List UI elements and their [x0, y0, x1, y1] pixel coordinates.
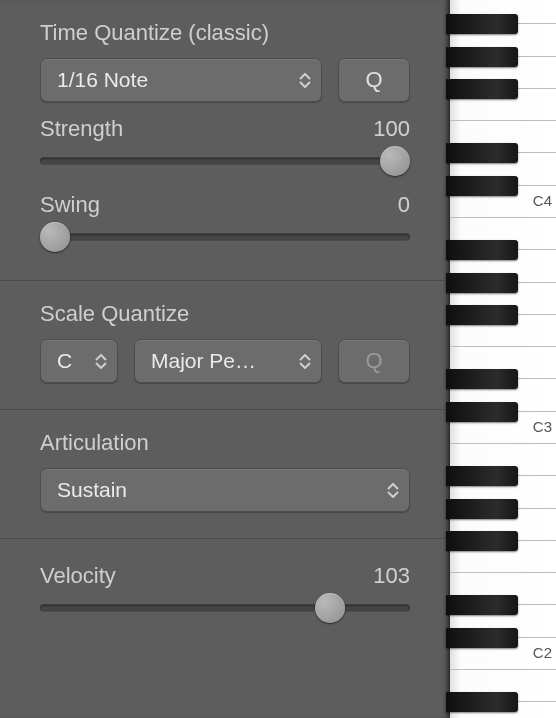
inspector-panel: Time Quantize (classic) 1/16 Note Q Stre… [0, 0, 450, 718]
velocity-value: 103 [373, 563, 410, 589]
chevron-updown-icon [95, 354, 107, 369]
articulation-section: Articulation Sustain [0, 410, 450, 539]
velocity-section: Velocity 103 [0, 539, 450, 651]
swing-value: 0 [398, 192, 410, 218]
swing-slider[interactable] [40, 220, 410, 254]
swing-label: Swing [40, 192, 100, 218]
piano-black-key[interactable] [446, 369, 518, 389]
scale-type-popup[interactable]: Major Pe… [134, 339, 322, 383]
piano-black-key[interactable] [446, 305, 518, 325]
piano-black-key[interactable] [446, 628, 518, 648]
scale-quantize-title: Scale Quantize [40, 301, 410, 327]
scale-quantize-button[interactable]: Q [338, 339, 410, 383]
piano-black-key[interactable] [446, 499, 518, 519]
scale-type-value: Major Pe… [151, 349, 256, 373]
articulation-popup[interactable]: Sustain [40, 468, 410, 512]
time-quantize-popup[interactable]: 1/16 Note [40, 58, 322, 102]
piano-black-key[interactable] [446, 47, 518, 67]
strength-value: 100 [373, 116, 410, 142]
piano-black-key[interactable] [446, 240, 518, 260]
strength-slider[interactable] [40, 144, 410, 178]
octave-label: C3 [533, 418, 552, 435]
piano-keyboard[interactable]: C4C3C2 [450, 0, 556, 718]
piano-black-key[interactable] [446, 176, 518, 196]
piano-black-key[interactable] [446, 273, 518, 293]
time-quantize-value: 1/16 Note [57, 68, 148, 92]
octave-label: C4 [533, 192, 552, 209]
chevron-updown-icon [387, 483, 399, 498]
piano-black-key[interactable] [446, 14, 518, 34]
velocity-label: Velocity [40, 563, 116, 589]
scale-root-popup[interactable]: C [40, 339, 118, 383]
piano-black-key[interactable] [446, 692, 518, 712]
swing-slider-thumb[interactable] [40, 222, 70, 252]
strength-slider-thumb[interactable] [380, 146, 410, 176]
scale-quantize-section: Scale Quantize C Major Pe… [0, 281, 450, 410]
time-quantize-title: Time Quantize (classic) [40, 20, 410, 46]
articulation-value: Sustain [57, 478, 127, 502]
piano-black-key[interactable] [446, 531, 518, 551]
scale-root-value: C [57, 349, 72, 373]
time-quantize-section: Time Quantize (classic) 1/16 Note Q Stre… [0, 0, 450, 281]
octave-label: C2 [533, 644, 552, 661]
quantize-button[interactable]: Q [338, 58, 410, 102]
strength-label: Strength [40, 116, 123, 142]
piano-black-key[interactable] [446, 79, 518, 99]
piano-black-key[interactable] [446, 143, 518, 163]
piano-black-key[interactable] [446, 466, 518, 486]
chevron-updown-icon [299, 354, 311, 369]
velocity-slider-thumb[interactable] [315, 593, 345, 623]
chevron-updown-icon [299, 73, 311, 88]
piano-black-key[interactable] [446, 595, 518, 615]
piano-black-key[interactable] [446, 402, 518, 422]
articulation-title: Articulation [40, 430, 410, 456]
velocity-slider[interactable] [40, 591, 410, 625]
